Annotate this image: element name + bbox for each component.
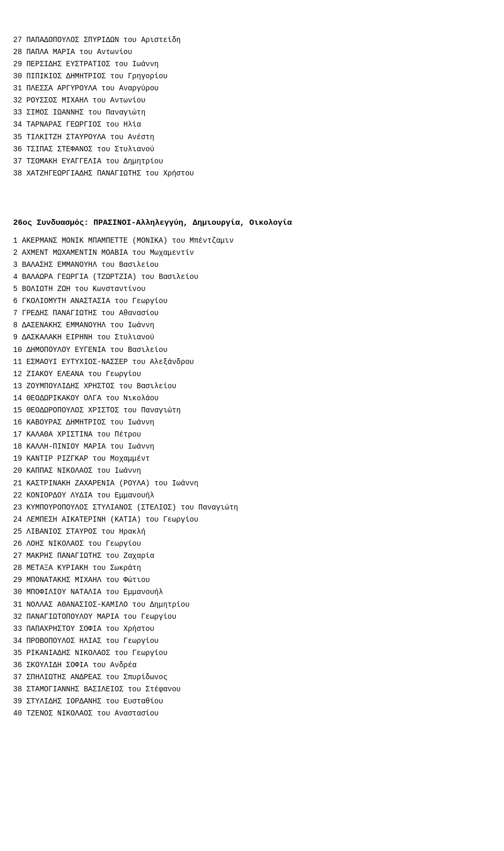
section-26-container: 26ος Συνδυασμός: ΠΡΑΣΙΝΟΙ-Αλληλεγγύη, Δη… — [13, 217, 491, 720]
list-item: 30 ΜΠΟΦΙΛΙΟΥ ΝΑΤΑΛΙΑ του Εμμανουήλ — [13, 586, 491, 598]
list-item: 9 ΔΑΣΚΑΛΑΚΗ ΕΙΡΗΝΗ του Στυλιανού — [13, 331, 491, 344]
list-item: 28 ΜΕΤΑΞΑ ΚΥΡΙΑΚΗ του Σωκράτη — [13, 562, 491, 574]
list-item: 13 ΖΟΥΜΠΟΥΛΙΔΗΣ ΧΡΗΣΤΟΣ του Βασιλείου — [13, 380, 491, 392]
list-item: 11 ΕΣΜΑΟΥΙ ΕΥΤΥΧΙΟΣ-ΝΑΣΣΕΡ του Αλεξάνδρο… — [13, 356, 491, 368]
list-item: 16 ΚΑΒΟΥΡΑΣ ΔΗΜΗΤΡΙΟΣ του Ιωάννη — [13, 417, 491, 429]
list-item: 29 ΠΕΡΣΙΔΗΣ ΕΥΣΤΡΑΤΙΟΣ του Ιωάννη — [13, 58, 491, 70]
list-item: 35 ΡΙΚΑΝΙΑΔΗΣ ΝΙΚΟΛΑΟΣ του Γεωργίου — [13, 647, 491, 659]
list-item: 6 ΓΚΟΛΙΟΜΥΤΗ ΑΝΑΣΤΑΣΙΑ του Γεωργίου — [13, 295, 491, 307]
list-item: 37 ΤΣΟΜΑΚΗ ΕΥΑΓΓΕΛΙΑ του Δημητρίου — [13, 155, 491, 168]
list-item: 10 ΔΗΜΟΠΟΥΛΟΥ ΕΥΓΕΝΙΑ του Βασιλείου — [13, 344, 491, 356]
list-item: 27 ΠΑΠΑΔΟΠΟΥΛΟΣ ΣΠΥΡΙΔΩΝ του Αριστείδη — [13, 34, 491, 46]
list-item: 8 ΔΑΣΕΝΑΚΗΣ ΕΜΜΑΝΟΥΗΛ του Ιωάννη — [13, 319, 491, 331]
list-item: 5 ΒΟΛΙΩΤΗ ΖΩΗ του Κωνσταντίνου — [13, 283, 491, 295]
list-item: 1 ΑΚΕΡΜΑΝΣ ΜΟΝΙΚ ΜΠΑΜΠΕΤΤΕ (ΜΟΝΙΚΑ) του … — [13, 235, 491, 247]
section-header-section-26: 26ος Συνδυασμός: ΠΡΑΣΙΝΟΙ-Αλληλεγγύη, Δη… — [13, 217, 491, 230]
list-item: 2 ΑΧΜΕΝΤ ΜΩΧΑΜΕΝΤΙΝ ΜΟΑΒΙΑ του Μωχαμεντί… — [13, 247, 491, 259]
list-item: 30 ΠΙΠΙΚΙΟΣ ΔΗΜΗΤΡΙΟΣ του Γρηγορίου — [13, 70, 491, 82]
list-item: 31 ΝΟΛΛΑΣ ΑΘΑΝΑΣΙΟΣ-ΚΑΜΙΛΟ του Δημητρίου — [13, 599, 491, 611]
list-item: 38 ΣΤΑΜΟΓΙΑΝΝΗΣ ΒΑΣΙΛΕΙΟΣ του Στέφανου — [13, 683, 491, 696]
list-item: 38 ΧΑΤΖΗΓΕΩΡΓΙΑΔΗΣ ΠΑΝΑΓΙΩΤΗΣ του Χρήστο… — [13, 168, 491, 180]
list-item: 20 ΚΑΠΠΑΣ ΝΙΚΟΛΑΟΣ του Ιωάννη — [13, 465, 491, 477]
list-item: 34 ΤΑΡΝΑΡΑΣ ΓΕΩΡΓΙΟΣ του Ηλία — [13, 119, 491, 131]
list-item: 24 ΛΕΜΠΕΣΗ ΑΙΚΑΤΕΡΙΝΗ (ΚΑΤΙΑ) του Γεωργί… — [13, 514, 491, 526]
list-item: 3 ΒΑΛΑΣΗΣ ΕΜΜΑΝΟΥΗΛ του Βασιλείου — [13, 259, 491, 271]
list-item: 28 ΠΑΠΛΑ ΜΑΡΙΑ του Αντωνίου — [13, 46, 491, 58]
page-content: 27 ΠΑΠΑΔΟΠΟΥΛΟΣ ΣΠΥΡΙΔΩΝ του Αριστείδη28… — [13, 11, 491, 736]
list-item: 25 ΛΙΒΑΝΙΟΣ ΣΤΑΥΡΟΣ του Ηρακλή — [13, 526, 491, 538]
list-item: 23 ΚΥΜΠΟΥΡΟΠΟΥΛΟΣ ΣΤΥΛΙΑΝΟΣ (ΣΤΕΛΙΟΣ) το… — [13, 502, 491, 514]
list-item: 33 ΠΑΠΑΧΡΗΣΤΟΥ ΣΟΦΙΑ του Χρήστου — [13, 623, 491, 635]
list-item: 22 ΚΟΝΙΟΡΔΟΥ ΛΥΔΙΑ του Εμμανουήλ — [13, 490, 491, 502]
list-item: 19 ΚΑΝΤΙΡ ΡΙΖΓΚΑΡ του Μοχαμμέντ — [13, 453, 491, 465]
list-item: 29 ΜΠΟΝΑΤΑΚΗΣ ΜΙΧΑΗΛ του Φώτιου — [13, 574, 491, 586]
list-item: 32 ΠΑΝΑΓΙΩΤΟΠΟΥΛΟΥ ΜΑΡΙΑ του Γεωργίου — [13, 611, 491, 623]
list-item: 4 ΒΑΛΑΩΡΑ ΓΕΩΡΓΙΑ (ΤΖΩΡΤΖΙΑ) του Βασιλεί… — [13, 271, 491, 283]
list-item: 31 ΠΛΕΣΣΑ ΑΡΓΥΡΟΥΛΑ του Αναργύρου — [13, 82, 491, 95]
list-item: 21 ΚΑΣΤΡΙΝΑΚΗ ΖΑΧΑΡΕΝΙΑ (ΡΟΥΛΑ) του Ιωάν… — [13, 478, 491, 490]
top-list-section: 27 ΠΑΠΑΔΟΠΟΥΛΟΣ ΣΠΥΡΙΔΩΝ του Αριστείδη28… — [13, 34, 491, 180]
list-item: 26 ΛΟΗΣ ΝΙΚΟΛΑΟΣ του Γεωργίου — [13, 538, 491, 550]
list-item: 39 ΣΤΥΛΙΔΗΣ ΙΟΡΔΑΝΗΣ του Ευσταθίου — [13, 696, 491, 708]
list-item: 36 ΤΣΙΠΑΣ ΣΤΕΦΑΝΟΣ του Στυλιανού — [13, 143, 491, 155]
list-item: 14 ΘΕΟΔΩΡΙΚΑΚΟΥ ΟΛΓΑ του Νικολάου — [13, 392, 491, 404]
list-item: 32 ΡΟΥΣΣΟΣ ΜΙΧΑΗΛ του Αντωνίου — [13, 95, 491, 107]
list-item: 40 ΤΖΕΝΟΣ ΝΙΚΟΛΑΟΣ του Αναστασίου — [13, 708, 491, 720]
list-item: 18 ΚΑΛΛΗ-ΠΙΝΙΟΥ ΜΑΡΙΑ του Ιωάννη — [13, 441, 491, 453]
list-item: 17 ΚΑΛΑΘΑ ΧΡΙΣΤΙΝΑ του Πέτρου — [13, 429, 491, 441]
list-item: 15 ΘΕΟΔΩΡΟΠΟΥΛΟΣ ΧΡΙΣΤΟΣ του Παναγιώτη — [13, 404, 491, 417]
list-item: 12 ΖΙΑΚΟΥ ΕΛΕΑΝΑ του Γεωργίου — [13, 368, 491, 380]
list-item: 35 ΤΙΛΚΙΤΖΗ ΣΤΑΥΡΟΥΛΑ του Ανέστη — [13, 131, 491, 143]
list-item: 7 ΓΡΕΔΗΣ ΠΑΝΑΓΙΩΤΗΣ του Αθανασίου — [13, 307, 491, 319]
list-item: 36 ΣΚΟΥΛΙΔΗ ΣΟΦΙΑ του Ανδρέα — [13, 659, 491, 671]
list-item: 27 ΜΑΚΡΗΣ ΠΑΝΑΓΙΩΤΗΣ του Ζαχαρία — [13, 550, 491, 562]
list-item: 33 ΣΙΜΟΣ ΙΩΑΝΝΗΣ του Παναγιώτη — [13, 107, 491, 119]
list-item: 34 ΠΡΟΒΟΠΟΥΛΟΣ ΗΛΙΑΣ του Γεωργίου — [13, 635, 491, 647]
list-item: 37 ΣΠΗΛΙΩΤΗΣ ΑΝΔΡΕΑΣ του Σπυρίδωνος — [13, 671, 491, 683]
